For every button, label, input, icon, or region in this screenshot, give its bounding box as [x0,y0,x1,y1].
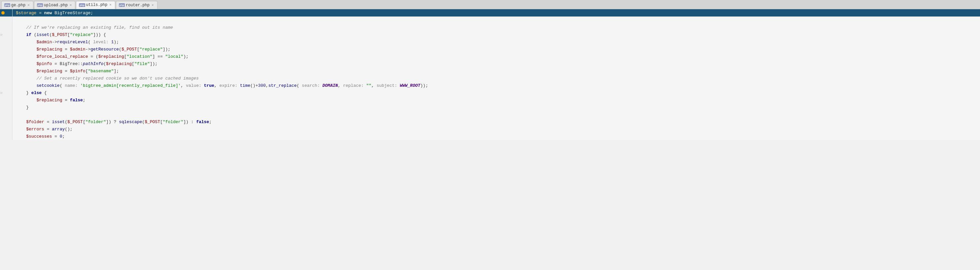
var-folder: $folder [26,119,44,124]
token-storage-var: $storage [16,11,36,16]
str-location: "location" [127,54,153,59]
code-content[interactable]: $storage = new BigTreeStorage; // If we'… [13,9,980,140]
var-pinfo: $pinfo [36,61,52,66]
gutter-line-11 [0,82,12,89]
str-folder: "folder" [86,119,106,124]
tab-upload[interactable]: php upload.php × [34,1,76,9]
tab-label-utils: utils.php [86,3,107,7]
gutter-line-13 [0,96,12,104]
code-line-13: $replacing = false ; [16,96,980,104]
num-1: 1 [111,40,114,44]
kw-true: true [204,83,214,88]
tab-utils[interactable]: php utils.php × [76,1,115,9]
token-eq: = [36,11,44,16]
close-tab-storage[interactable]: × [27,3,30,7]
breakpoint-dot [1,11,5,14]
num-300: 300 [258,83,266,88]
param-replace-label: replace: [343,83,364,88]
tab-router[interactable]: php router.php × [116,1,158,9]
php-icon-storage: php [5,3,10,8]
code-line-6: $replacing = $admin -> getResource ( $_P… [16,46,980,53]
param-expire: expire: [219,83,237,88]
gutter-line-9 [0,67,12,75]
fn-pathInfo: pathInfo [83,61,103,66]
code-line-16: $folder = isset ( $_POST [ "folder" ]) ?… [16,118,980,125]
var-replacing-1: $replacing [36,47,62,52]
comment-1: // If we're replacing an existing file, … [26,25,173,30]
fn-str-replace: str_replace [269,83,297,88]
param-value: value: [186,83,201,88]
fn-isset: isset [36,32,49,37]
gutter-line-8 [0,60,12,67]
str-replace-2: "replace" [140,47,163,52]
var-replacing-2: $replacing [99,54,124,59]
editor-area: ▷ ▷ $storage [0,9,980,140]
gutter-line-2 [0,16,12,24]
close-tab-utils[interactable]: × [109,3,111,7]
php-icon-router: php [119,3,124,8]
var-force: $force_local_replace [36,54,88,59]
gutter-line-3 [0,24,12,31]
fn-getResource: getResource [91,47,119,52]
kw-if: if [26,32,31,37]
str-empty: "" [366,83,371,88]
fold-arrow-4: ▷ [1,33,3,37]
code-line-8: $pinfo = BigTree:: pathInfo ( $replacing… [16,60,980,67]
gutter-line-7 [0,53,12,60]
str-replace: "replace" [70,32,93,37]
code-line-1: $storage = new BigTreeStorage; [13,9,980,16]
code-line-5: $admin -> requireLevel ( level: 1 ); [16,38,980,46]
code-line-14: } [16,104,980,111]
tab-storage[interactable]: php ge.php × [1,1,33,9]
code-line-10: // Set a recently replaced cookie so we … [16,75,980,82]
gutter-line-18 [0,133,12,140]
code-line-12: } else { [16,89,980,96]
token-new-kw: new [44,11,52,16]
str-local: "local" [165,54,184,59]
var-post-folder: $_POST [67,119,83,124]
str-basename: "basename" [88,69,114,74]
var-replacing-3: $replacing [106,61,132,66]
num-zero: 0 [60,134,62,139]
fn-time: time [240,83,250,88]
fn-sqlescape: sqlescape [119,119,142,124]
code-line-7: $force_local_replace = ( $replacing [ "l… [16,53,980,60]
gutter-line-14 [0,104,12,111]
code-wrapper: ▷ ▷ $storage [0,9,980,140]
code-line-2 [16,16,980,24]
fn-requireLevel: requireLevel [57,40,88,44]
var-post-2: $_POST [121,47,137,52]
str-folder-2: "folder" [163,119,183,124]
code-line-17: $errors = array (); [16,125,980,133]
var-admin-2: $admin [70,47,86,52]
var-replacing-5: $replacing [36,98,62,103]
param-name: name: [65,83,78,88]
fn-setcookie: setcookie [36,83,59,88]
close-tab-upload[interactable]: × [70,3,72,7]
php-icon-upload: php [38,3,42,8]
token-bigtree: BigTreeStorage; [52,11,93,16]
fn-isset-2: isset [52,119,65,124]
gutter-line-17 [0,125,12,133]
gutter: ▷ ▷ [0,9,13,140]
fn-array: array [52,127,65,132]
var-replacing-4: $replacing [36,69,62,74]
var-post: $_POST [52,32,67,37]
str-file: "file" [134,61,150,66]
gutter-line-4: ▷ [0,31,12,38]
gutter-line-5 [0,38,12,46]
gutter-line-12: ▷ [0,89,12,96]
gutter-line-6 [0,46,12,53]
var-pinfo-2: $pinfo [70,69,86,74]
code-line-4: if ( isset ( $_POST [ "replace" ])) { [16,31,980,38]
gutter-line-16 [0,118,12,125]
close-tab-router[interactable]: × [151,3,154,7]
param-search: search: [302,83,320,88]
php-icon-utils: php [80,3,84,7]
str-cookie-name: 'bigtree_admin[recently_replaced_file]' [80,83,181,88]
code-line-3: // If we're replacing an existing file, … [16,24,980,31]
tab-label-router: router.php [126,3,150,8]
fold-arrow-12: ▷ [1,91,3,95]
var-errors: $errors [26,127,44,132]
gutter-line-15 [0,111,12,118]
